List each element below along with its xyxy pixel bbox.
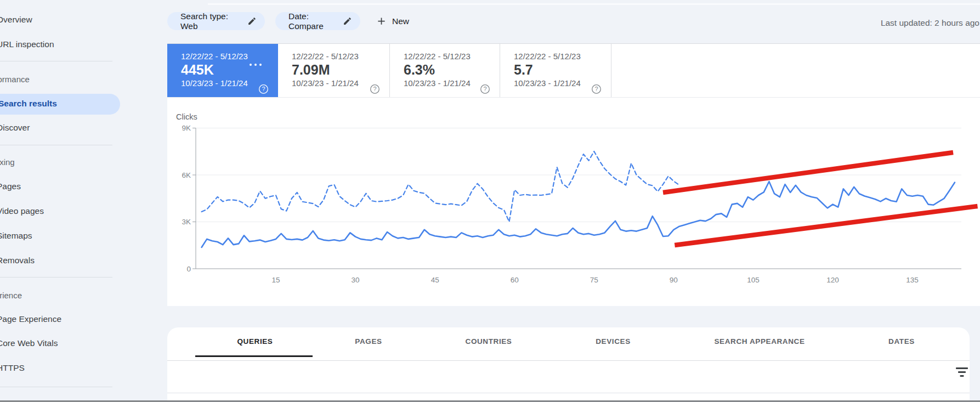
x-axis-label: 15	[271, 276, 280, 284]
edit-pencil-icon	[343, 16, 352, 26]
sidebar-divider	[0, 277, 112, 278]
y-axis-label: 0	[186, 265, 191, 273]
clicks-chart: 03K6K9K153045607590105120135Clicks	[167, 98, 980, 307]
tab-devices[interactable]: DEVICES	[596, 337, 630, 346]
help-icon[interactable]: ?	[480, 84, 490, 94]
metric-card-average-position[interactable]: 12/22/22 - 5/12/23 5.7 10/23/23 - 1/21/2…	[500, 44, 611, 98]
metric-date-range-1: 12/22/22 - 5/12/23	[514, 51, 611, 61]
x-axis-label: 30	[352, 276, 360, 284]
sidebar-divider	[0, 387, 112, 387]
card-divider	[611, 44, 611, 98]
x-axis-label: 45	[431, 276, 439, 284]
header-divider	[208, 3, 980, 5]
y-axis-label: 6K	[182, 171, 191, 179]
sidebar-item-overview[interactable]: Overview	[0, 15, 32, 25]
metric-card-total-impressions[interactable]: 12/22/22 - 5/12/23 7.09M 10/23/23 - 1/21…	[278, 44, 389, 98]
date-compare-chip-label: Date: Compare	[288, 12, 337, 31]
edit-pencil-icon	[247, 16, 257, 26]
svg-text:?: ?	[594, 86, 598, 92]
tab-queries[interactable]: QUERIES	[237, 337, 273, 346]
sidebar-item-core-web-vitals[interactable]: Core Web Vitals	[0, 338, 58, 348]
sidebar-section-indexing: Indexing	[0, 157, 15, 167]
clicks-series-solid	[202, 182, 955, 247]
x-axis-label: 105	[747, 276, 760, 284]
tab-dates[interactable]: DATES	[888, 337, 915, 346]
sidebar-divider	[0, 145, 112, 145]
sidebar-item-sitemaps[interactable]: Sitemaps	[0, 231, 32, 241]
metric-date-range-1: 12/22/22 - 5/12/23	[404, 51, 500, 61]
help-icon[interactable]: ?	[370, 84, 380, 94]
x-axis-label: 60	[511, 276, 519, 284]
clicks-series-dashed	[202, 151, 679, 222]
y-axis-label: 3K	[182, 218, 191, 226]
x-axis-label: 90	[670, 276, 678, 284]
metric-value: 6.3%	[404, 63, 500, 77]
x-axis-label: 120	[826, 276, 839, 284]
sidebar-item-url-inspection[interactable]: URL inspection	[0, 39, 54, 49]
red-trend-line-lower	[675, 206, 977, 245]
y-axis-label: 9K	[182, 124, 191, 132]
dimensions-table-card: QUERIES PAGES COUNTRIES DEVICES SEARCH A…	[167, 327, 970, 402]
filter-icon[interactable]	[955, 367, 968, 378]
search-type-chip[interactable]: Search type: Web	[167, 12, 265, 30]
metric-date-range-1: 12/22/22 - 5/12/23	[181, 51, 278, 61]
sidebar-item-page-experience[interactable]: Page Experience	[0, 314, 61, 324]
metric-value: 445K	[181, 63, 278, 77]
metric-card-average-ctr[interactable]: 12/22/22 - 5/12/23 6.3% 10/23/23 - 1/21/…	[390, 44, 500, 98]
clicks-chart-card: 03K6K9K153045607590105120135Clicks	[167, 97, 980, 306]
sidebar-item-https[interactable]: HTTPS	[0, 363, 25, 373]
new-filter-label: New	[392, 16, 409, 26]
help-icon[interactable]: ?	[258, 84, 269, 94]
plus-icon	[376, 15, 387, 27]
sidebar-section-experience: Experience	[0, 291, 22, 300]
svg-text:?: ?	[373, 86, 376, 92]
sidebar-divider	[0, 61, 112, 61]
date-compare-chip[interactable]: Date: Compare	[275, 12, 360, 30]
sidebar-item-search-results[interactable]: Search results	[0, 99, 57, 109]
red-trend-line-upper	[663, 152, 953, 192]
x-axis-label: 135	[906, 276, 919, 284]
last-updated-text: Last updated: 2 hours ago	[881, 18, 979, 28]
svg-text:?: ?	[262, 86, 265, 92]
tab-countries[interactable]: COUNTRIES	[466, 337, 512, 346]
tabs-divider	[167, 360, 970, 361]
chart-title: Clicks	[176, 112, 197, 121]
active-tab-underline	[195, 355, 313, 357]
tab-search-appearance[interactable]: SEARCH APPEARANCE	[715, 337, 805, 346]
sidebar-item-pages[interactable]: Pages	[0, 182, 21, 191]
metric-cards-strip: 12/22/22 - 5/12/23 445K 10/23/23 - 1/21/…	[167, 43, 980, 97]
metric-value: 7.09M	[292, 63, 389, 77]
sidebar: Overview URL inspection Performance Sear…	[0, 0, 167, 402]
more-options-icon[interactable]	[250, 64, 262, 66]
tab-pages[interactable]: PAGES	[355, 337, 382, 346]
sidebar-item-removals[interactable]: Removals	[0, 256, 35, 265]
metric-value: 5.7	[514, 63, 611, 77]
sidebar-item-video-pages[interactable]: Video pages	[0, 206, 44, 216]
svg-text:?: ?	[483, 86, 486, 92]
x-axis-label: 75	[590, 276, 598, 284]
sidebar-section-performance: Performance	[0, 75, 30, 84]
sidebar-item-discover[interactable]: Discover	[0, 123, 30, 133]
table-divider	[167, 393, 970, 393]
metric-date-range-1: 12/22/22 - 5/12/23	[292, 51, 389, 61]
new-filter-button[interactable]: New	[376, 12, 409, 30]
metric-card-total-clicks[interactable]: 12/22/22 - 5/12/23 445K 10/23/23 - 1/21/…	[167, 44, 278, 98]
search-type-chip-label: Search type: Web	[180, 12, 241, 31]
help-icon[interactable]: ?	[591, 84, 602, 94]
